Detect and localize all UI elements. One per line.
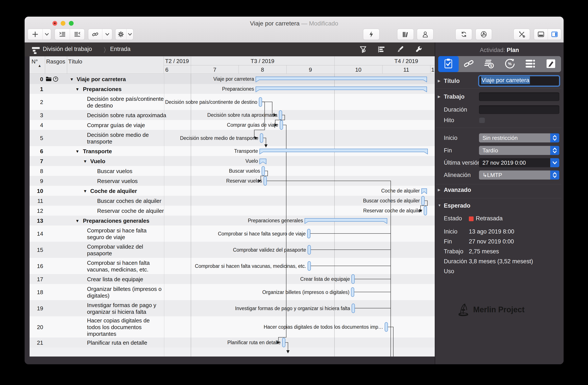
gantt-label: Reservar coche de alquiler — [363, 208, 422, 213]
summary-bar[interactable] — [260, 149, 428, 154]
column-rasgos[interactable]: Rasgos — [46, 58, 65, 65]
duracion-input[interactable] — [479, 105, 559, 114]
summary-bar[interactable] — [305, 218, 387, 223]
lightning-button[interactable] — [363, 29, 379, 40]
task-bar[interactable] — [262, 166, 265, 175]
task-bar[interactable] — [385, 323, 388, 331]
gantt-label: Viaje por carretera — [213, 76, 254, 82]
progress-tab[interactable]: % — [500, 56, 520, 72]
chevron-down-button[interactable] — [126, 29, 133, 40]
filter-icon[interactable] — [359, 45, 367, 55]
titulo-input[interactable]: Viaje por carretera — [479, 76, 559, 86]
month-label: 11 — [403, 66, 409, 73]
svg-text:%: % — [508, 61, 512, 66]
chevron-down-icon — [45, 33, 49, 36]
task-bar[interactable] — [308, 262, 311, 271]
gantt-label: Organizar billetes (impresos o digitales… — [262, 289, 350, 295]
chevron-down-button[interactable] — [42, 29, 51, 40]
clipboard-tab[interactable] — [438, 56, 459, 72]
task-bar[interactable] — [264, 176, 267, 185]
outdent-button[interactable] — [70, 29, 84, 40]
chevron-down-icon — [128, 33, 132, 36]
hito-checkbox[interactable] — [479, 117, 485, 123]
alineacion-popup[interactable]: ↳LMTP — [479, 170, 559, 180]
trabajo-input[interactable] — [479, 92, 559, 101]
breadcrumb-section[interactable]: Entrada — [110, 46, 131, 52]
task-bar[interactable] — [260, 134, 263, 143]
sync-button[interactable] — [456, 29, 472, 40]
task-bar[interactable] — [351, 288, 354, 297]
duracion-label: Duración — [444, 106, 467, 113]
gantt-label: Coche de alquiler — [381, 188, 420, 194]
quarter-label: T2 / 2019 — [165, 58, 189, 64]
indent-icon — [59, 31, 66, 38]
panel-bottom-button[interactable] — [534, 29, 548, 40]
dependency-line — [263, 138, 266, 147]
align-icon[interactable] — [377, 45, 386, 55]
month-label: 1 — [431, 66, 434, 73]
panel-right-button[interactable] — [548, 29, 561, 40]
link-tab-icon — [463, 59, 474, 69]
task-bar[interactable] — [352, 275, 355, 284]
fin-label: Fin — [444, 147, 452, 154]
esperado-disclosure[interactable]: ▼ — [438, 203, 441, 207]
task-bar[interactable] — [259, 98, 262, 107]
inicio-popup[interactable]: Sin restricción — [479, 133, 559, 142]
task-bar[interactable] — [308, 245, 311, 254]
network-button[interactable] — [476, 29, 492, 40]
notes-tab[interactable] — [541, 56, 561, 72]
chevron-down-button[interactable] — [102, 29, 112, 40]
ultima-combo[interactable]: 27 nov 2019 0:00 — [479, 158, 559, 167]
library-icon — [402, 31, 409, 38]
gantt-label: Decisión sobre medio de transporte — [180, 135, 258, 141]
task-bar[interactable] — [424, 206, 427, 215]
tools-button[interactable] — [514, 29, 530, 40]
summary-bar[interactable] — [421, 189, 427, 194]
indent-button[interactable] — [55, 29, 70, 40]
titulo-disclosure[interactable]: ▶ — [438, 79, 440, 83]
cost-tab[interactable]: $ — [479, 56, 500, 72]
trabajo-disclosure[interactable]: ▶ — [438, 95, 440, 99]
plus-button[interactable] — [28, 29, 42, 40]
summary-bar[interactable] — [260, 159, 266, 164]
avanzado-disclosure[interactable]: ▶ — [438, 188, 440, 192]
fin-popup[interactable]: Tardío — [479, 146, 559, 155]
link-button[interactable] — [88, 29, 102, 40]
summary-bar[interactable] — [256, 77, 427, 82]
content-area: División del trabajo 〉 Entrada 0▼Viaje p… — [25, 42, 564, 364]
breadcrumb-view[interactable]: División del trabajo — [43, 46, 92, 52]
esperado-row-value: 2,75 meses — [469, 248, 499, 255]
column-titulo[interactable]: Título — [68, 58, 82, 65]
gantt-label: Hacer copias digitales de todos los docu… — [264, 324, 383, 330]
library-button[interactable] — [397, 29, 414, 40]
gantt-label: Preparaciones generales — [248, 218, 303, 223]
esperado-row-value: 27 nov 2019 0:00 — [469, 238, 514, 245]
estado-value: Retrasada — [476, 215, 503, 222]
gantt-table: 0▼Viaje por carretera1▼Preparaciones2Dec… — [30, 56, 435, 357]
gantt-label: Comprobar si hacen falta vacunas, medici… — [195, 263, 306, 269]
task-bar[interactable] — [282, 338, 285, 347]
gear-icon — [117, 31, 125, 38]
task-bar[interactable] — [352, 304, 355, 313]
panel-right-icon — [551, 31, 558, 38]
brush-icon[interactable] — [396, 45, 404, 55]
esperado-row-label: Duración — [444, 258, 467, 265]
gear-button[interactable] — [115, 29, 126, 40]
task-bar[interactable] — [307, 229, 310, 238]
task-bar[interactable] — [279, 110, 282, 120]
link-tab[interactable] — [459, 56, 479, 72]
person-icon — [421, 31, 429, 38]
column-num[interactable]: N° — [32, 58, 38, 65]
gantt-label: Comprobar validez del pasaporte — [233, 247, 306, 253]
resources-tab[interactable] — [520, 56, 541, 72]
chevron-down-icon — [105, 33, 109, 36]
app-window: Viaje por carretera — Modificado Divisió… — [25, 17, 564, 364]
quarter-label: T4 / 2019 — [394, 58, 418, 64]
notes-tab-icon — [546, 59, 556, 69]
person-button[interactable] — [417, 29, 433, 40]
summary-bar[interactable] — [256, 87, 427, 92]
task-bar[interactable] — [421, 196, 424, 205]
wrench-icon[interactable] — [415, 45, 423, 55]
task-bar[interactable] — [280, 121, 283, 129]
month-label: 7 — [213, 66, 216, 73]
